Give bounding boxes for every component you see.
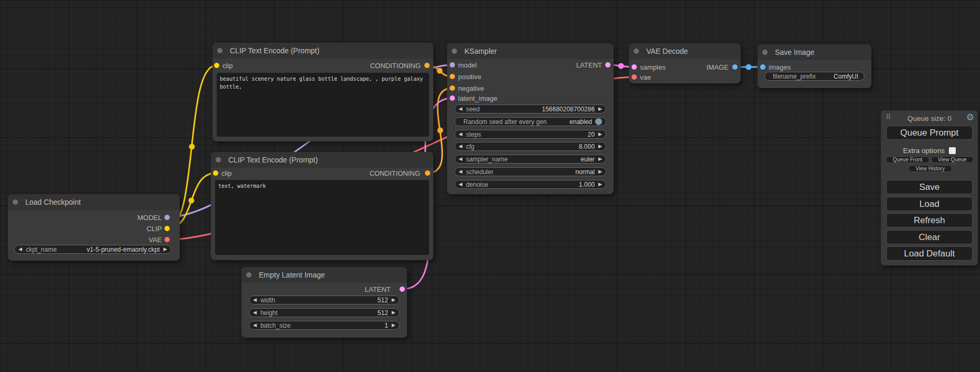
ckpt-name-widget[interactable]: ckpt_name v1-5-pruned-emaonly.ckpt [14, 245, 171, 254]
node-title-bar[interactable]: CLIP Text Encode (Prompt) [212, 43, 433, 59]
increment-arrow-icon[interactable] [392, 323, 395, 328]
node-title-bar[interactable]: VAE Decode [629, 43, 741, 59]
widget-label: Random seed after every gen [463, 118, 547, 126]
link-dot [189, 144, 195, 150]
decrement-arrow-icon[interactable] [459, 182, 462, 187]
input-socket-vae[interactable] [632, 74, 637, 80]
link-dot [437, 68, 443, 74]
increment-arrow-icon[interactable] [598, 107, 602, 111]
decrement-arrow-icon[interactable] [459, 157, 462, 161]
increment-arrow-icon[interactable] [392, 310, 395, 315]
increment-arrow-icon[interactable] [598, 169, 602, 174]
width-widget[interactable]: width 512 [249, 295, 400, 304]
queue-front-button[interactable]: Queue Front [886, 156, 929, 163]
input-socket-negative[interactable] [450, 85, 455, 91]
output-socket-latent[interactable] [605, 62, 610, 68]
output-socket-image[interactable] [732, 64, 738, 70]
height-widget[interactable]: height 512 [249, 308, 400, 317]
decrement-arrow-icon[interactable] [253, 298, 257, 302]
collapse-dot-icon[interactable] [762, 50, 768, 55]
filename-prefix-widget[interactable]: filename_prefix ComfyUI [764, 72, 865, 81]
steps-widget[interactable]: steps 20 [454, 130, 606, 139]
drag-handle-icon[interactable]: ⠿ [886, 113, 890, 121]
node-title: Empty Latent Image [259, 271, 325, 279]
decrement-arrow-icon[interactable] [253, 323, 257, 328]
output-label-latent: LATENT [365, 285, 391, 293]
clear-button[interactable]: Clear [886, 230, 973, 244]
output-socket-vae[interactable] [164, 237, 170, 242]
node-title-bar[interactable]: Save Image [758, 44, 871, 60]
output-socket-latent[interactable] [400, 287, 405, 292]
collapse-dot-icon[interactable] [216, 157, 221, 163]
prompt-textarea[interactable]: beautiful scenery nature glass bottle la… [217, 73, 429, 137]
decrement-arrow-icon[interactable] [253, 310, 257, 315]
output-label-image: IMAGE [706, 63, 729, 71]
node-vae-decode[interactable]: VAE Decode samples vae IMAGE [629, 43, 741, 83]
cfg-widget[interactable]: cfg 8.000 [454, 142, 606, 151]
node-save-image[interactable]: Save Image images filename_prefix ComfyU… [758, 44, 871, 88]
output-socket-conditioning[interactable] [425, 170, 430, 176]
node-load-checkpoint[interactable]: Load Checkpoint MODEL CLIP VAE ckpt_name… [8, 194, 180, 261]
input-socket-model[interactable] [450, 62, 455, 68]
input-socket-samples[interactable] [632, 64, 637, 70]
decrement-arrow-icon[interactable] [459, 107, 462, 111]
queue-size-label: Queue size: 0 [881, 115, 978, 122]
widget-value: 512 [275, 297, 388, 304]
node-title-bar[interactable]: Empty Latent Image [241, 267, 407, 283]
view-queue-button[interactable]: View Queue [931, 156, 974, 163]
collapse-dot-icon[interactable] [13, 199, 18, 205]
extra-options-checkbox[interactable] [949, 147, 956, 154]
input-socket-images[interactable] [760, 64, 765, 70]
increment-arrow-icon[interactable] [392, 298, 395, 302]
output-socket-clip[interactable] [164, 226, 170, 231]
seed-widget[interactable]: seed 156680208700286 [454, 104, 606, 113]
comfyui-canvas[interactable]: Load Checkpoint MODEL CLIP VAE ckpt_name… [0, 0, 980, 372]
node-title-bar[interactable]: CLIP Text Encode (Prompt) [211, 152, 433, 168]
increment-arrow-icon[interactable] [598, 132, 602, 137]
toggle-knob-icon[interactable] [595, 118, 602, 125]
denoise-widget[interactable]: denoise 1.000 [454, 180, 606, 189]
widget-value: euler [508, 156, 595, 163]
decrement-arrow-icon[interactable] [459, 132, 462, 137]
decrement-arrow-icon[interactable] [18, 247, 22, 252]
input-label-images: images [769, 63, 791, 71]
prompt-textarea[interactable]: text, watermark [215, 180, 429, 255]
view-history-button[interactable]: View History [908, 165, 952, 172]
sampler-name-widget[interactable]: sampler_name euler [454, 155, 606, 164]
output-socket-model[interactable] [164, 215, 170, 220]
scheduler-widget[interactable]: scheduler normal [454, 167, 606, 176]
node-empty-latent-image[interactable]: Empty Latent Image LATENT width 512 heig… [241, 267, 407, 338]
collapse-dot-icon[interactable] [217, 48, 222, 53]
input-socket-latent-image[interactable] [450, 96, 455, 101]
node-clip-text-encode-positive[interactable]: CLIP Text Encode (Prompt) clip CONDITION… [212, 43, 433, 141]
increment-arrow-icon[interactable] [163, 247, 167, 252]
collapse-dot-icon[interactable] [452, 49, 457, 54]
gear-icon[interactable]: ⚙ [966, 112, 974, 123]
node-clip-text-encode-negative[interactable]: CLIP Text Encode (Prompt) clip CONDITION… [211, 152, 433, 260]
load-default-button[interactable]: Load Default [886, 246, 973, 261]
decrement-arrow-icon[interactable] [459, 144, 462, 149]
save-button[interactable]: Save [886, 180, 973, 194]
widget-value: 8.000 [474, 143, 595, 150]
widget-value: 1.000 [488, 181, 595, 188]
node-title-bar[interactable]: KSampler [447, 43, 614, 59]
output-label-model: MODEL [138, 214, 162, 222]
output-socket-conditioning[interactable] [424, 63, 430, 68]
random-seed-toggle-widget[interactable]: Random seed after every gen enabled [454, 117, 606, 126]
increment-arrow-icon[interactable] [598, 144, 602, 149]
load-button[interactable]: Load [886, 197, 973, 211]
node-title-bar[interactable]: Load Checkpoint [8, 194, 180, 210]
queue-prompt-button[interactable]: Queue Prompt [886, 126, 973, 140]
increment-arrow-icon[interactable] [598, 157, 602, 161]
link-dot [746, 64, 752, 70]
input-socket-clip[interactable] [214, 63, 219, 68]
input-socket-clip[interactable] [213, 170, 218, 176]
node-ksampler[interactable]: KSampler model positive negative latent_… [447, 43, 614, 194]
collapse-dot-icon[interactable] [246, 272, 251, 278]
increment-arrow-icon[interactable] [598, 182, 602, 187]
refresh-button[interactable]: Refresh [886, 213, 973, 227]
decrement-arrow-icon[interactable] [459, 169, 462, 174]
batch-size-widget[interactable]: batch_size 1 [249, 321, 400, 330]
input-socket-positive[interactable] [450, 74, 455, 79]
collapse-dot-icon[interactable] [634, 49, 639, 54]
